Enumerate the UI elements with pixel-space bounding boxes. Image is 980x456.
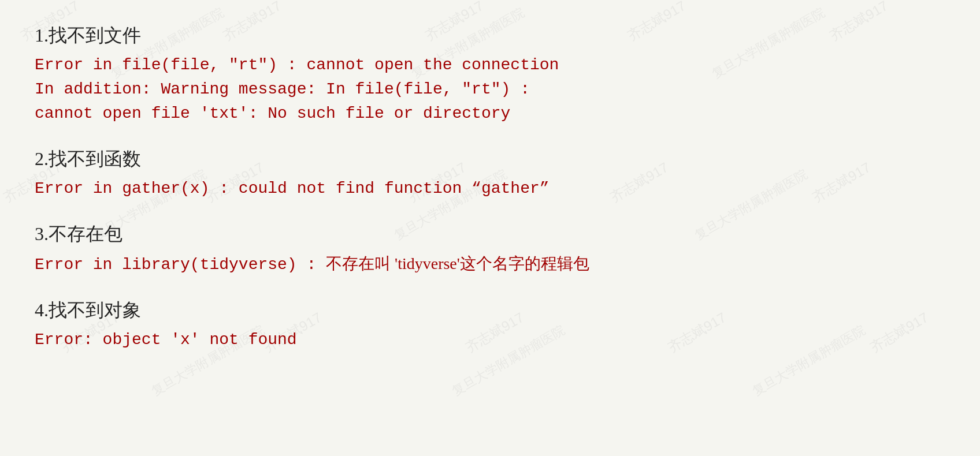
section-package-not-exist: 3.不存在包 Error in library(tidyverse) : 不存在…	[35, 222, 945, 277]
section4-error-line1: Error: object 'x' not found	[35, 328, 945, 352]
section3-chinese-part: 不存在叫 'tidyverse'这个名字的程辑包	[326, 255, 589, 272]
section3-code-part: Error in library(tidyverse) :	[35, 256, 326, 274]
section2-error-line1: Error in gather(x) : could not find func…	[35, 177, 945, 201]
section-object-not-found: 4.找不到对象 Error: object 'x' not found	[35, 298, 945, 352]
section4-title: 4.找不到对象	[35, 298, 945, 323]
section2-title: 2.找不到函数	[35, 147, 945, 172]
section1-error-line3: cannot open file 'txt': No such file or …	[35, 102, 945, 126]
section-function-not-found: 2.找不到函数 Error in gather(x) : could not f…	[35, 147, 945, 201]
section1-error-line1: Error in file(file, "rt") : cannot open …	[35, 53, 945, 77]
section1-title: 1.找不到文件	[35, 23, 945, 48]
section-file-not-found: 1.找不到文件 Error in file(file, "rt") : cann…	[35, 23, 945, 126]
section3-error-line: Error in library(tidyverse) : 不存在叫 'tidy…	[35, 252, 945, 277]
section3-title: 3.不存在包	[35, 222, 945, 247]
section1-error-line2: In addition: Warning message: In file(fi…	[35, 77, 945, 102]
